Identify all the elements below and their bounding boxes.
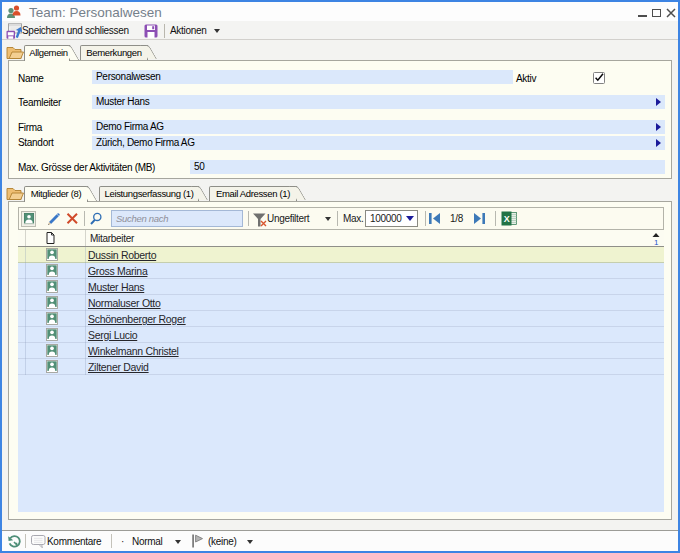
svg-text:1: 1	[654, 238, 659, 246]
svg-text:X: X	[504, 214, 510, 224]
